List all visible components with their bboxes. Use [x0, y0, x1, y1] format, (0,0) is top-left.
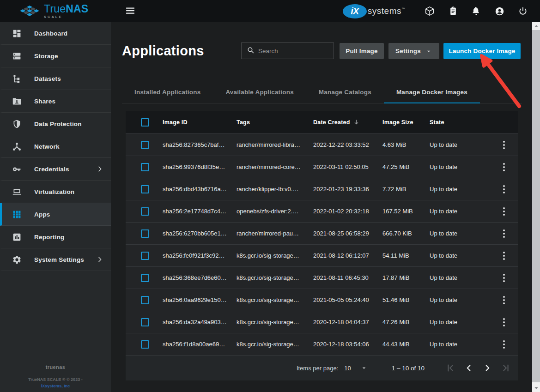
cell-tags: rancher/mirrored-libra… [237, 141, 313, 148]
sidebar-item-storage[interactable]: Storage [0, 45, 111, 67]
column-header-date-created[interactable]: Date Created [313, 119, 350, 126]
chevron-right-icon [96, 256, 103, 263]
row-actions-menu-button[interactable] [501, 294, 507, 306]
row-checkbox[interactable] [141, 318, 149, 326]
items-per-page-select[interactable]: 10 [344, 364, 367, 372]
cell-image-id: sha256:fe0f921f3c92… [163, 252, 237, 259]
column-header-image-size[interactable]: Image Size [382, 119, 430, 126]
scrollbar-down-button[interactable] [532, 384, 540, 392]
row-actions-menu-button[interactable] [501, 272, 507, 284]
topbar-action-button[interactable] [494, 6, 505, 17]
menu-toggle-button[interactable] [123, 3, 138, 19]
cell-state: Up to date [430, 274, 490, 281]
virtualization-icon [12, 187, 23, 197]
tab-available-applications[interactable]: Available Applications [213, 81, 306, 103]
sidebar-item-system-settings[interactable]: System Settings [0, 248, 111, 271]
kebab-icon [503, 318, 505, 326]
ixsystems-link[interactable]: iXsystems, Inc [0, 384, 111, 388]
truenas-brand: TrueNAS SCALE [0, 4, 111, 19]
paginator-button[interactable] [463, 362, 474, 374]
last-page-icon [501, 363, 511, 373]
row-actions-menu-button[interactable] [501, 338, 507, 350]
row-checkbox[interactable] [141, 252, 149, 260]
sidebar-item-datasets[interactable]: Datasets [0, 67, 111, 90]
scrollbar-up-button[interactable] [532, 22, 540, 30]
paginator-button[interactable] [482, 362, 493, 374]
paginator-button[interactable] [445, 362, 456, 374]
cell-date-created: 2020-12-18 03:54:06 [313, 341, 382, 348]
kebab-icon [503, 252, 505, 260]
topbar-action-button[interactable] [424, 5, 436, 17]
pull-image-button[interactable]: Pull Image [340, 43, 384, 59]
search-box [241, 42, 334, 59]
kebab-icon [503, 229, 505, 238]
kebab-icon [503, 207, 505, 216]
column-header-state[interactable]: State [430, 119, 490, 126]
cell-image-size: 47.26 MiB [382, 319, 430, 326]
page-range-label: 1 – 10 of 10 [392, 365, 425, 372]
brand-title: TrueNAS [44, 4, 88, 14]
truenas-app-window: TrueNAS SCALE iX systems ™ [0, 0, 540, 392]
tab-manage-docker-images[interactable]: Manage Docker Images [384, 81, 480, 103]
sidebar-item-shares[interactable]: Shares [0, 90, 111, 113]
row-checkbox[interactable] [141, 229, 149, 238]
jobs-icon [449, 6, 458, 16]
topbar: TrueNAS SCALE iX systems ™ [0, 0, 540, 22]
cell-image-id: sha256:2e17748d7c4… [163, 208, 237, 215]
scrollbar-thumb[interactable] [532, 30, 540, 382]
row-checkbox[interactable] [141, 207, 149, 216]
cell-tags: k8s.gcr.io/sig-storage… [237, 319, 313, 326]
hamburger-icon [125, 5, 136, 18]
sidebar-item-network[interactable]: Network [0, 135, 111, 158]
table-row: sha256:827365c7baf… rancher/mirrored-lib… [126, 133, 518, 156]
settings-button[interactable]: Settings [388, 43, 439, 59]
notifications-icon [472, 6, 481, 16]
row-checkbox[interactable] [141, 141, 149, 149]
row-checkbox[interactable] [141, 296, 149, 304]
row-actions-menu-button[interactable] [501, 205, 507, 217]
row-actions-menu-button[interactable] [501, 250, 507, 262]
select-all-checkbox[interactable] [141, 118, 149, 127]
topbar-action-button[interactable] [448, 6, 459, 17]
tab-manage-catalogs[interactable]: Manage Catalogs [306, 81, 384, 103]
row-checkbox[interactable] [141, 274, 149, 282]
cell-tags: k8s.gcr.io/sig-storage… [237, 252, 313, 259]
cell-image-id: sha256:f1d8a00ae69… [163, 341, 237, 348]
brand-edition: SCALE [44, 15, 88, 19]
sidebar-item-virtualization[interactable]: Virtualization [0, 181, 111, 203]
sidebar-item-data-protection[interactable]: Data Protection [0, 113, 111, 135]
paginator-button[interactable] [500, 362, 511, 374]
row-checkbox[interactable] [141, 340, 149, 349]
tab-installed-applications[interactable]: Installed Applications [122, 81, 213, 103]
triangle-up-icon [534, 25, 538, 27]
row-actions-menu-button[interactable] [501, 139, 507, 151]
search-input[interactable] [258, 48, 340, 54]
sidebar-item-credentials[interactable]: Credentials [0, 158, 111, 181]
cell-image-id: sha256:0aa9629e150… [163, 296, 237, 303]
cell-image-size: 51.46 MiB [382, 296, 430, 303]
row-actions-menu-button[interactable] [501, 228, 507, 240]
cell-image-size: 4.63 MiB [382, 141, 430, 148]
sidebar-item-reporting[interactable]: Reporting [0, 226, 111, 248]
topbar-action-button[interactable] [471, 6, 482, 17]
power-icon [518, 6, 528, 16]
row-actions-menu-button[interactable] [501, 161, 507, 173]
next-page-icon [482, 363, 492, 373]
row-checkbox[interactable] [141, 185, 149, 193]
items-per-page-label: Items per page: [297, 365, 338, 372]
column-header-image-id[interactable]: Image ID [163, 119, 237, 126]
cell-state: Up to date [430, 230, 490, 237]
sort-descending-icon[interactable] [353, 119, 360, 126]
topbar-action-button[interactable] [517, 6, 528, 17]
sidebar-item-dashboard[interactable]: Dashboard [0, 22, 111, 45]
column-header-tags[interactable]: Tags [237, 119, 313, 126]
launch-docker-image-button[interactable]: Launch Docker Image [443, 43, 521, 59]
scrollbar[interactable] [532, 22, 540, 392]
shares-icon [12, 96, 23, 106]
table-row: sha256:368ee7d6e60… k8s.gcr.io/sig-stora… [126, 266, 518, 289]
row-actions-menu-button[interactable] [501, 316, 507, 328]
row-actions-menu-button[interactable] [501, 183, 507, 195]
paginator: Items per page: 10 1 – 10 of 10 [126, 355, 518, 380]
sidebar-item-apps[interactable]: Apps [0, 203, 111, 226]
row-checkbox[interactable] [141, 163, 149, 171]
